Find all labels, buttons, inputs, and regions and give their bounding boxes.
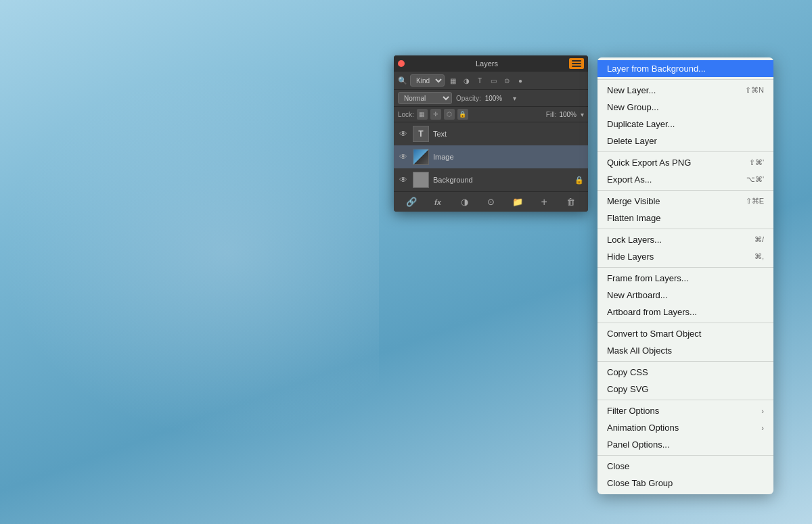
pin-icon[interactable]: ● [515, 75, 526, 86]
menu-separator [597, 361, 773, 362]
menu-arrow-animation-options: › [761, 424, 764, 432]
menu-item-label-close: Close [607, 461, 764, 471]
menu-shortcut-quick-export: ⇧⌘' [749, 158, 764, 167]
menu-item-mask-all-objects[interactable]: Mask All Objects [597, 342, 773, 359]
menu-shortcut-lock-layers: ⌘/ [754, 235, 764, 244]
layers-close-button[interactable] [398, 60, 405, 67]
menu-item-label-duplicate-layer: Duplicate Layer... [607, 119, 764, 129]
menu-separator [597, 229, 773, 229]
menu-item-convert-to-smart-object[interactable]: Convert to Smart Object [597, 325, 773, 342]
menu-item-export-as[interactable]: Export As...⌥⌘' [597, 171, 773, 188]
delete-layer-button[interactable]: 🗑 [563, 195, 578, 210]
type-icon[interactable]: T [474, 75, 485, 86]
menu-item-layer-from-background[interactable]: Layer from Background... [597, 60, 773, 77]
menu-item-frame-from-layers[interactable]: Frame from Layers... [597, 270, 773, 287]
menu-shortcut-hide-layers: ⌘, [754, 252, 764, 261]
layer-visibility-background[interactable]: 👁 [398, 174, 409, 185]
menu-item-label-lock-layers: Lock Layers... [607, 235, 741, 245]
layers-list: 👁 T Text 👁 Image 👁 Background 🔒 [394, 122, 588, 191]
menu-item-new-layer[interactable]: New Layer...⇧⌘N [597, 82, 773, 99]
menu-item-lock-layers[interactable]: Lock Layers...⌘/ [597, 231, 773, 248]
layer-thumb-background [413, 172, 429, 188]
lock-label: Lock: [398, 111, 414, 118]
fill-label: Fill: [546, 111, 557, 118]
layer-name-text: Text [433, 130, 584, 138]
menu-item-close-tab-group[interactable]: Close Tab Group [597, 475, 773, 492]
layers-panel: Layers 🔍 Kind ▦ ◑ T ▭ ⊙ ● Normal Opacity… [394, 55, 588, 212]
lock-position-btn[interactable]: ✛ [430, 109, 441, 120]
menu-item-flatten-image[interactable]: Flatten Image [597, 210, 773, 227]
menu-item-label-copy-css: Copy CSS [607, 367, 764, 377]
add-mask-button[interactable]: ◑ [457, 195, 472, 210]
menu-separator [597, 400, 773, 400]
new-group-button[interactable]: 📁 [510, 195, 525, 210]
menu-item-animation-options[interactable]: Animation Options› [597, 419, 773, 436]
menu-item-label-export-as: Export As... [607, 174, 733, 185]
adjustment-icon[interactable]: ◑ [461, 75, 472, 86]
menu-separator [597, 455, 773, 456]
menu-item-delete-layer[interactable]: Delete Layer [597, 133, 773, 149]
layer-effects-button[interactable]: fx [430, 195, 445, 210]
menu-item-quick-export[interactable]: Quick Export As PNG⇧⌘' [597, 154, 773, 171]
lock-artboard-btn[interactable]: ⬡ [444, 109, 455, 120]
menu-item-filter-options[interactable]: Filter Options› [597, 402, 773, 419]
menu-shortcut-new-layer: ⇧⌘N [745, 86, 764, 95]
menu-item-copy-css[interactable]: Copy CSS [597, 364, 773, 381]
adjustment-layer-button[interactable]: ⊙ [483, 195, 498, 210]
context-menu: Layer from Background...New Layer...⇧⌘NN… [597, 57, 773, 494]
menu-item-label-hide-layers: Hide Layers [607, 252, 741, 262]
link-layers-button[interactable]: 🔗 [404, 195, 419, 210]
layer-item-image[interactable]: 👁 Image [394, 145, 588, 168]
menu-item-label-artboard-from-layers: Artboard from Layers... [607, 307, 764, 317]
menu-item-hide-layers[interactable]: Hide Layers⌘, [597, 248, 773, 265]
menu-item-merge-visible[interactable]: Merge Visible⇧⌘E [597, 193, 773, 210]
layer-visibility-text[interactable]: 👁 [398, 128, 409, 139]
lock-all-btn[interactable]: 🔒 [457, 109, 468, 120]
menu-item-label-animation-options: Animation Options [607, 423, 761, 433]
layer-item-text[interactable]: 👁 T Text [394, 122, 588, 145]
menu-shortcut-export-as: ⌥⌘' [746, 175, 764, 184]
layers-menu-icon [572, 60, 581, 67]
menu-item-artboard-from-layers[interactable]: Artboard from Layers... [597, 304, 773, 320]
layers-menu-button[interactable] [569, 58, 584, 69]
fill-toggle[interactable]: ▾ [581, 111, 584, 118]
menu-item-new-artboard[interactable]: New Artboard... [597, 287, 773, 304]
smart-object-icon[interactable]: ⊙ [501, 75, 512, 86]
menu-item-panel-options[interactable]: Panel Options... [597, 436, 773, 453]
opacity-value: 100% [485, 95, 509, 102]
menu-item-label-frame-from-layers: Frame from Layers... [607, 273, 764, 283]
pixel-icon[interactable]: ▦ [447, 75, 458, 86]
layer-name-background: Background [433, 176, 570, 184]
shape-icon[interactable]: ▭ [488, 75, 499, 86]
menu-arrow-filter-options: › [761, 407, 764, 415]
menu-item-label-new-artboard: New Artboard... [607, 290, 764, 300]
layer-item-background[interactable]: 👁 Background 🔒 [394, 168, 588, 191]
lock-pixels-btn[interactable]: ▦ [417, 109, 428, 120]
layer-thumb-image [413, 149, 429, 165]
layer-visibility-image[interactable]: 👁 [398, 151, 409, 162]
menu-item-copy-svg[interactable]: Copy SVG [597, 381, 773, 398]
layers-panel-title: Layers [405, 59, 569, 68]
fill-value: 100% [559, 111, 577, 118]
search-icon: 🔍 [398, 76, 407, 85]
lock-row: Lock: ▦ ✛ ⬡ 🔒 Fill: 100% ▾ [394, 107, 588, 122]
menu-item-label-copy-svg: Copy SVG [607, 384, 764, 394]
menu-item-close[interactable]: Close [597, 458, 773, 475]
blend-opacity-row: Normal Opacity: 100% ▾ [394, 90, 588, 107]
kind-dropdown[interactable]: Kind [410, 74, 445, 87]
opacity-toggle[interactable]: ▾ [513, 95, 516, 102]
new-layer-button[interactable]: + [537, 195, 551, 210]
menu-item-label-new-group: New Group... [607, 102, 764, 112]
blend-mode-dropdown[interactable]: Normal [398, 92, 452, 104]
menu-item-label-flatten-image: Flatten Image [607, 213, 764, 223]
menu-item-new-group[interactable]: New Group... [597, 99, 773, 116]
layer-lock-icon: 🔒 [574, 176, 584, 185]
menu-item-duplicate-layer[interactable]: Duplicate Layer... [597, 116, 773, 133]
menu-item-label-quick-export: Quick Export As PNG [607, 158, 736, 168]
menu-separator [597, 151, 773, 152]
menu-item-label-new-layer: New Layer... [607, 85, 731, 95]
layers-bottom-toolbar: 🔗 fx ◑ ⊙ 📁 + 🗑 [394, 191, 588, 212]
kind-filter-row: 🔍 Kind ▦ ◑ T ▭ ⊙ ● [394, 72, 588, 90]
bird-silhouette [0, 68, 379, 439]
menu-item-label-merge-visible: Merge Visible [607, 196, 732, 206]
